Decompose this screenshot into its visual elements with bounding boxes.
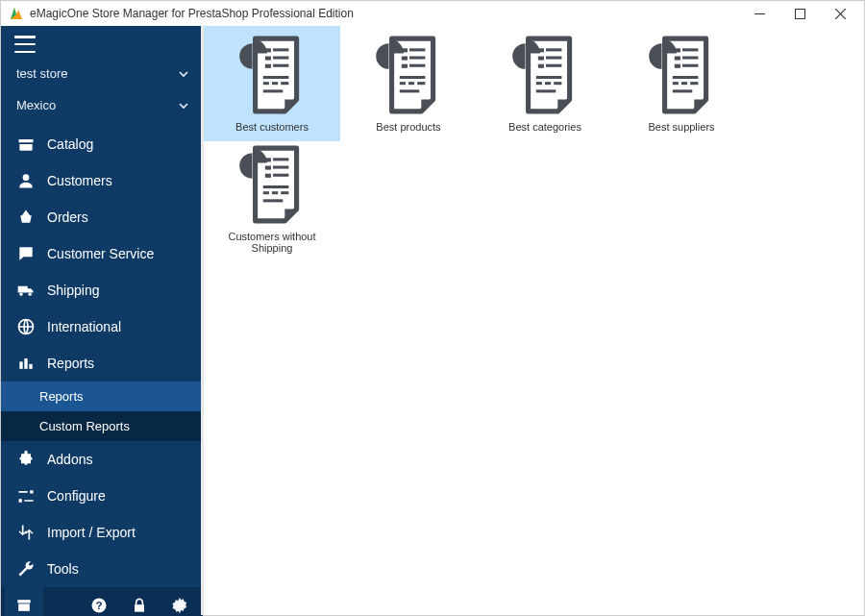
import-export-icon (16, 523, 36, 542)
svg-point-4 (29, 293, 32, 296)
report-document-icon (641, 35, 722, 117)
sidebar-item-label: Import / Export (47, 525, 136, 540)
report-tile-label: Best products (376, 121, 440, 133)
report-document-icon (505, 35, 585, 117)
svg-rect-13 (135, 604, 144, 612)
sidebar-item-label: Configure (47, 488, 106, 504)
sidebar-item-label: Catalog (47, 136, 93, 152)
bottom-button-help[interactable]: ? (80, 587, 118, 616)
titlebar: eMagicOne Store Manager for PrestaShop P… (1, 1, 864, 26)
window-close-button[interactable] (820, 1, 860, 26)
reports-grid: Best customers Best products Best catego… (204, 26, 864, 257)
report-tile-customers-without-shipping[interactable]: Customers without Shipping (204, 141, 340, 257)
help-icon: ? (89, 596, 109, 615)
person-icon (16, 171, 36, 190)
window-maximize-button[interactable] (779, 1, 820, 26)
app-logo-icon (9, 6, 24, 21)
sidebar-item-catalog[interactable]: Catalog (1, 126, 203, 162)
sidebar-item-tools[interactable]: Tools (1, 551, 203, 587)
svg-point-3 (19, 293, 22, 296)
report-tile-label: Best suppliers (648, 121, 714, 133)
sidebar-item-label: Shipping (47, 283, 100, 298)
window-title: eMagicOne Store Manager for PrestaShop P… (30, 7, 739, 20)
sidebar-item-addons[interactable]: Addons (1, 441, 203, 478)
svg-rect-0 (754, 13, 765, 14)
globe-icon (16, 317, 36, 336)
bottom-button-settings[interactable] (161, 587, 199, 616)
truck-icon (16, 281, 36, 300)
sidebar-item-label: Reports (47, 356, 94, 371)
sidebar-subitem-label: Custom Reports (39, 419, 130, 433)
gear-icon (170, 596, 189, 615)
app-window: eMagicOne Store Manager for PrestaShop P… (0, 0, 865, 616)
report-tile-label: Best categories (508, 121, 581, 133)
sidebar-item-orders[interactable]: Orders (1, 199, 203, 235)
archive-icon (14, 596, 34, 615)
sidebar-item-customers[interactable]: Customers (1, 162, 203, 199)
report-tile-best-categories[interactable]: Best categories (477, 26, 613, 141)
store-name-label: test store (16, 66, 67, 81)
maximize-icon (795, 9, 805, 19)
sidebar-item-international[interactable]: International (1, 308, 203, 345)
country-selector[interactable]: Mexico (1, 90, 203, 120)
sidebar-item-label: Customers (47, 173, 112, 188)
chevron-down-icon (178, 100, 189, 111)
app-body: test store Mexico Catalog Cu (1, 26, 864, 615)
sliders-icon (16, 486, 36, 505)
report-tile-best-customers[interactable]: Best customers (204, 26, 340, 141)
box-icon (16, 135, 36, 154)
sidebar-item-label: Customer Service (47, 246, 154, 261)
sidebar-header (1, 26, 203, 59)
sidebar-subitem-label: Reports (39, 389, 84, 404)
svg-rect-1 (795, 9, 804, 18)
report-tile-label: Customers without Shipping (208, 231, 336, 254)
sidebar-item-customer-service[interactable]: Customer Service (1, 235, 203, 272)
svg-rect-6 (19, 361, 22, 369)
sidebar-item-import-export[interactable]: Import / Export (1, 514, 203, 551)
sidebar: test store Mexico Catalog Cu (1, 26, 203, 615)
hamburger-menu-button[interactable] (14, 36, 36, 53)
sidebar-item-label: Orders (47, 209, 88, 225)
content-area: Best customers Best products Best catego… (203, 26, 864, 615)
svg-rect-7 (24, 358, 27, 369)
report-tile-best-products[interactable]: Best products (340, 26, 477, 141)
chevron-down-icon (178, 68, 189, 80)
bottom-button-lock[interactable] (120, 587, 159, 616)
sidebar-subitem-reports[interactable]: Reports (1, 382, 203, 411)
report-tile-best-suppliers[interactable]: Best suppliers (613, 26, 750, 141)
svg-rect-8 (29, 364, 32, 369)
sidebar-subitem-custom-reports[interactable]: Custom Reports (1, 411, 203, 441)
sidebar-item-label: Tools (47, 561, 79, 577)
sidebar-menu: Catalog Customers Orders Customer Servic… (1, 126, 203, 587)
sidebar-bottom-bar: ? (1, 587, 203, 616)
chat-icon (16, 244, 36, 263)
splitter-handle[interactable] (201, 26, 204, 615)
close-icon (835, 9, 846, 19)
sidebar-item-reports[interactable]: Reports (1, 345, 203, 382)
svg-rect-10 (18, 604, 30, 611)
sidebar-item-label: Addons (47, 452, 92, 467)
bar-chart-icon (16, 354, 36, 373)
lock-icon (130, 596, 149, 615)
window-minimize-button[interactable] (739, 1, 779, 26)
bottom-button-archive[interactable] (5, 587, 43, 616)
sidebar-item-label: International (47, 319, 121, 334)
report-document-icon (232, 144, 312, 227)
store-selector[interactable]: test store (1, 59, 203, 88)
basket-icon (16, 208, 36, 227)
svg-text:?: ? (95, 599, 102, 611)
sidebar-item-configure[interactable]: Configure (1, 478, 203, 514)
country-label: Mexico (16, 98, 56, 112)
svg-rect-9 (17, 600, 30, 603)
minimize-icon (754, 9, 765, 19)
svg-point-2 (23, 174, 30, 181)
sidebar-item-shipping[interactable]: Shipping (1, 272, 203, 308)
wrench-icon (16, 559, 36, 579)
report-document-icon (368, 35, 449, 117)
puzzle-icon (16, 450, 36, 469)
report-document-icon (232, 35, 312, 117)
report-tile-label: Best customers (235, 121, 309, 133)
